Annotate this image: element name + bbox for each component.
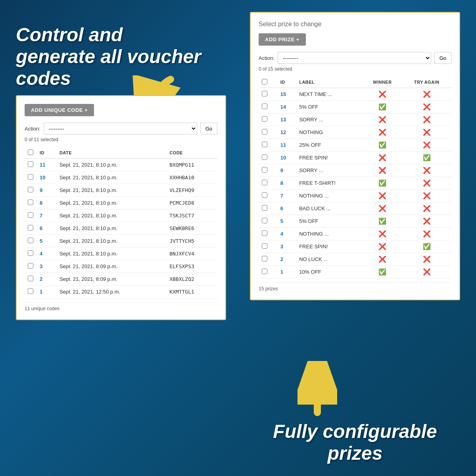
prize-checkbox[interactable] <box>262 256 267 261</box>
list-item[interactable]: 9 SORRY ... ❌ ❌ <box>259 164 451 177</box>
prize-try-again: ✅ <box>402 152 451 164</box>
table-row[interactable]: 10 Sept. 21, 2021, 8:10 p.m. XXHHBA10 <box>25 171 217 184</box>
row-checkbox[interactable] <box>28 263 33 269</box>
winner-cross-icon: ❌ <box>378 91 386 98</box>
prize-checkbox[interactable] <box>262 154 267 160</box>
prize-try-again: ❌ <box>402 164 451 177</box>
list-item[interactable]: 11 25% OFF ✅ ❌ <box>259 139 451 152</box>
try-again-cross-icon: ❌ <box>423 205 431 212</box>
winner-check-icon: ✅ <box>378 218 386 225</box>
go-button-left[interactable]: Go <box>200 123 217 134</box>
row-checkbox[interactable] <box>28 187 33 192</box>
codes-table: ID DATE CODE 11 Sept. 21, 2021, 8:10 p.m… <box>25 147 217 298</box>
row-checkbox[interactable] <box>28 174 33 180</box>
code-date: Sept. 21, 2021, 8:09 p.m. <box>56 273 166 286</box>
try-again-check-icon: ✅ <box>423 154 431 161</box>
prize-winner: ✅ <box>363 266 402 278</box>
prize-winner: ❌ <box>363 240 402 253</box>
prize-try-again: ✅ <box>402 240 451 253</box>
table-row[interactable]: 9 Sept. 21, 2021, 8:10 p.m. VLZEFHQ9 <box>25 184 217 197</box>
prize-checkbox[interactable] <box>262 129 267 134</box>
prize-winner: ✅ <box>363 139 402 152</box>
prize-checkbox[interactable] <box>262 104 267 109</box>
add-prize-button[interactable]: ADD PRIZE + <box>259 33 306 46</box>
list-item[interactable]: 2 NO LUCK ... ❌ ❌ <box>259 253 451 266</box>
prize-checkbox[interactable] <box>262 243 267 249</box>
code-id: 8 <box>36 197 56 209</box>
code-date: Sept. 21, 2021, 8:10 p.m. <box>56 159 166 171</box>
prize-checkbox[interactable] <box>262 91 267 96</box>
code-date: Sept. 21, 2021, 8:10 p.m. <box>56 171 166 184</box>
prize-label: NOTHING ... <box>296 228 363 240</box>
list-item[interactable]: 12 NOTHING ❌ ❌ <box>259 126 451 139</box>
try-again-cross-icon: ❌ <box>423 192 431 199</box>
table-row[interactable]: 4 Sept. 21, 2021, 8:10 p.m. BNJXFCV4 <box>25 248 217 260</box>
select-all-codes[interactable] <box>28 150 33 155</box>
list-item[interactable]: 1 10% OFF ✅ ❌ <box>259 266 451 278</box>
winner-cross-icon: ❌ <box>378 230 386 237</box>
table-row[interactable]: 3 Sept. 21, 2021, 8:09 p.m. ELFSXPS3 <box>25 260 217 273</box>
prize-checkbox[interactable] <box>262 230 267 236</box>
col-header-date: DATE <box>56 147 166 159</box>
prize-checkbox[interactable] <box>262 205 267 211</box>
row-checkbox[interactable] <box>28 225 33 230</box>
action-select-right[interactable]: --------- <box>278 52 431 64</box>
try-again-cross-icon: ❌ <box>423 256 431 263</box>
try-again-cross-icon: ❌ <box>423 104 431 110</box>
table-row[interactable]: 7 Sept. 21, 2021, 8:10 p.m. TSKJSCT7 <box>25 209 217 222</box>
list-item[interactable]: 5 5% OFF ✅ ❌ <box>259 215 451 228</box>
list-item[interactable]: 3 FREE SPIN! ❌ ✅ <box>259 240 451 253</box>
prize-try-again: ❌ <box>402 215 451 228</box>
prize-try-again: ❌ <box>402 253 451 266</box>
row-checkbox[interactable] <box>28 200 33 205</box>
prize-label: BAD LUCK ... <box>296 202 363 215</box>
table-row[interactable]: 1 Sept. 21, 2021, 12:50 p.m. KXMTTGL1 <box>25 286 217 298</box>
prize-label: 25% OFF <box>296 139 363 152</box>
prize-checkbox[interactable] <box>262 218 267 223</box>
prize-checkbox[interactable] <box>262 269 267 274</box>
list-item[interactable]: 4 NOTHING ... ❌ ❌ <box>259 228 451 240</box>
add-unique-code-button[interactable]: ADD UNIQUE CODE + <box>25 104 94 116</box>
table-row[interactable]: 2 Sept. 21, 2021, 8:09 p.m. XBBXLZQ2 <box>25 273 217 286</box>
code-date: Sept. 21, 2021, 8:09 p.m. <box>56 260 166 273</box>
list-item[interactable]: 13 SORRY ... ❌ ❌ <box>259 113 451 126</box>
select-all-prizes[interactable] <box>262 79 267 84</box>
list-item[interactable]: 15 NEXT TIME ... ❌ ❌ <box>259 88 451 101</box>
prize-checkbox[interactable] <box>262 142 267 147</box>
try-again-cross-icon: ❌ <box>423 230 431 237</box>
winner-check-icon: ✅ <box>378 269 386 275</box>
row-checkbox[interactable] <box>28 212 33 218</box>
prize-try-again: ❌ <box>402 113 451 126</box>
row-checkbox[interactable] <box>28 288 33 294</box>
list-item[interactable]: 10 FREE SPIN! ❌ ✅ <box>259 152 451 164</box>
action-label-right: Action: <box>259 55 274 61</box>
codes-footer: 11 unique codes <box>25 302 217 311</box>
prize-checkbox[interactable] <box>262 192 267 198</box>
table-row[interactable]: 11 Sept. 21, 2021, 8:10 p.m. BXQMPG11 <box>25 159 217 171</box>
go-button-right[interactable]: Go <box>434 52 451 64</box>
code-date: Sept. 21, 2021, 8:10 p.m. <box>56 235 166 248</box>
list-item[interactable]: 14 5% OFF ✅ ❌ <box>259 101 451 113</box>
row-checkbox[interactable] <box>28 250 33 256</box>
row-checkbox[interactable] <box>28 238 33 243</box>
prize-winner: ❌ <box>363 228 402 240</box>
list-item[interactable]: 7 NOTHING ... ❌ ❌ <box>259 190 451 202</box>
table-row[interactable]: 5 Sept. 21, 2021, 8:10 p.m. JVTTYCH5 <box>25 235 217 248</box>
prize-checkbox[interactable] <box>262 180 267 185</box>
winner-cross-icon: ❌ <box>378 167 386 174</box>
prize-try-again: ❌ <box>402 266 451 278</box>
col-header-id: ID <box>36 147 56 159</box>
try-again-cross-icon: ❌ <box>423 269 431 275</box>
prize-try-again: ❌ <box>402 202 451 215</box>
list-item[interactable]: 8 FREE T-SHIRT! ✅ ❌ <box>259 177 451 190</box>
code-date: Sept. 21, 2021, 8:10 p.m. <box>56 197 166 209</box>
prize-checkbox[interactable] <box>262 116 267 122</box>
prize-label: NOTHING <box>296 126 363 139</box>
row-checkbox[interactable] <box>28 276 33 281</box>
prize-checkbox[interactable] <box>262 167 267 173</box>
table-row[interactable]: 8 Sept. 21, 2021, 8:10 p.m. PCMCJED8 <box>25 197 217 209</box>
row-checkbox[interactable] <box>28 161 33 167</box>
table-row[interactable]: 6 Sept. 21, 2021, 8:10 p.m. SEWKBRE6 <box>25 222 217 235</box>
list-item[interactable]: 6 BAD LUCK ... ❌ ❌ <box>259 202 451 215</box>
action-select-left[interactable]: --------- <box>44 123 197 134</box>
